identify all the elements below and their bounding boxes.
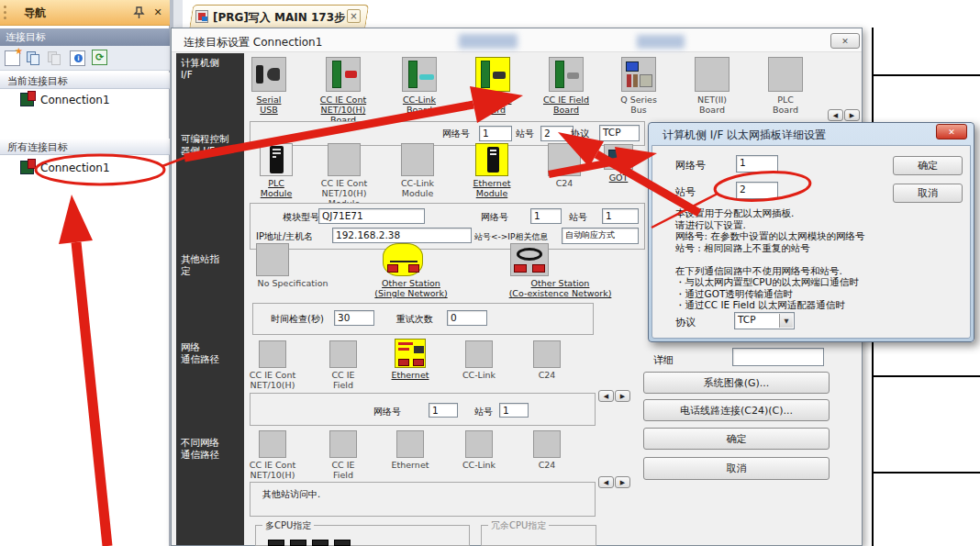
detail-close-button[interactable]: ✕ (936, 124, 967, 139)
route-cclink-label[interactable]: CC-Link (446, 370, 512, 380)
plcif-sta-input[interactable]: 1 (602, 208, 639, 224)
detail-proto-dropdown[interactable]: TCP ▼ (734, 312, 795, 329)
multi-cpu-icon[interactable] (334, 540, 351, 546)
plcif-plc-module-label[interactable]: PLC Module (243, 178, 309, 198)
cancel-button[interactable]: 取消 (643, 457, 830, 480)
plcif-ccie-cont-module[interactable] (328, 143, 361, 176)
detail-ok-button[interactable]: 确定 (893, 156, 963, 175)
pcif-netii-board[interactable] (695, 57, 729, 92)
refresh-icon[interactable]: ⟳ (92, 50, 107, 65)
nav-item-all-connection[interactable]: Connection1 (0, 160, 170, 178)
plcif-c24-label[interactable]: C24 (531, 178, 597, 188)
pcif-serial-usb-label[interactable]: Serial USB (236, 95, 302, 115)
pcif-net-input[interactable]: 1 (479, 126, 512, 141)
other-single-network[interactable] (383, 243, 423, 276)
diff-cclink-label[interactable]: CC-Link (446, 460, 512, 470)
plcif-net-input[interactable]: 1 (530, 208, 562, 224)
detail-field[interactable] (732, 348, 824, 366)
route-c24-label[interactable]: C24 (514, 370, 580, 380)
tab-close-icon[interactable]: × (347, 9, 361, 23)
plcif-plc-module[interactable] (260, 143, 293, 176)
plcif-cclink-module-label[interactable]: CC-Link Module (384, 178, 451, 198)
ok-button[interactable]: 确定 (643, 428, 830, 450)
other-coexistence-network[interactable] (510, 243, 549, 276)
pcif-ccie-field-board-label[interactable]: CC IE Field Board (533, 95, 599, 115)
other-no-spec[interactable] (256, 243, 289, 276)
diff-cclink[interactable] (465, 430, 493, 458)
plcif-ethernet-module[interactable] (475, 143, 508, 176)
route-ccie-field[interactable] (329, 340, 357, 368)
plcif-ethernet-module-label[interactable]: Ethernet Module (459, 178, 525, 198)
other-single-network-label[interactable]: Other Station (Single Network) (361, 278, 462, 298)
time-check-input[interactable]: 30 (334, 310, 374, 326)
ip-host-input[interactable]: 192.168.2.38 (332, 228, 472, 243)
dialog-title: 连接目标设置 Connection1 (184, 35, 322, 50)
diff-c24[interactable] (533, 430, 561, 458)
plcif-c24[interactable] (548, 143, 581, 176)
dialog-close-button[interactable]: ✕ (830, 33, 860, 49)
chevron-down-icon[interactable]: ▼ (779, 314, 793, 328)
pcif-proto-input[interactable]: TCP (599, 125, 640, 141)
plcif-got-label[interactable]: GOT (600, 173, 637, 183)
copy-icon[interactable] (26, 50, 41, 66)
pcif-sta-input[interactable]: 2 (540, 126, 574, 141)
phone-line-button[interactable]: 电话线路连接(C24)(C)... (643, 399, 830, 421)
other-coexistence-network-label[interactable]: Other Station (Co-existence Network) (494, 278, 627, 298)
route-ccie-cont[interactable] (259, 340, 286, 368)
diff-ccie-field-label[interactable]: CC IE Field (310, 460, 376, 480)
route-c24[interactable] (533, 340, 561, 368)
plcif-cclink-module[interactable] (401, 143, 434, 176)
detail-cancel-button[interactable]: 取消 (893, 184, 963, 203)
pcif-scroll-left[interactable]: ◀ (828, 109, 843, 121)
pcif-ccie-cont-board[interactable] (326, 57, 361, 92)
module-type-input[interactable]: QJ71E71 (318, 208, 425, 224)
pcif-ethernet-board[interactable] (475, 57, 510, 92)
pcif-cclink-board[interactable] (402, 57, 437, 92)
pcif-serial-usb[interactable] (251, 57, 286, 92)
pcif-qseries-bus-label[interactable]: Q Series Bus (606, 95, 672, 115)
route-ethernet-label[interactable]: Ethernet (377, 370, 443, 380)
detail-sta-input[interactable]: 2 (736, 182, 778, 199)
pcif-ccie-field-board[interactable] (549, 57, 584, 92)
diff-ccie-cont-label[interactable]: CC IE Cont NET/10(H) (239, 460, 306, 480)
route-ccie-cont-label[interactable]: CC IE Cont NET/10(H) (239, 370, 306, 390)
diff-ccie-cont-icon (259, 430, 286, 458)
pcif-cclink-board-label[interactable]: CC-Link Board (386, 95, 452, 115)
diff-c24-label[interactable]: C24 (514, 460, 580, 470)
pcif-ethernet-board-label[interactable]: Ethernet Board (460, 95, 526, 115)
route-ethernet[interactable] (395, 339, 426, 368)
pcif-plc-board-label[interactable]: PLC Board (752, 95, 819, 115)
plcif-got[interactable] (604, 144, 633, 170)
nav-close-icon[interactable]: ✕ (150, 5, 165, 19)
property-icon[interactable]: i (70, 50, 85, 66)
multi-cpu-icon[interactable] (290, 540, 306, 546)
diff-ethernet[interactable] (396, 430, 424, 458)
pcif-plc-board[interactable] (768, 57, 803, 92)
pcif-qseries-bus[interactable] (621, 57, 656, 92)
diff-ccie-field[interactable] (329, 430, 357, 458)
sta-ip-info-dropdown[interactable]: 自动响应方式 (562, 228, 639, 244)
route-cclink[interactable] (465, 340, 493, 368)
route-scroll-right[interactable]: ▶ (615, 390, 630, 402)
multi-cpu-icon[interactable] (312, 540, 329, 546)
pcif-scroll-right[interactable]: ▶ (844, 109, 860, 121)
route-scroll-left[interactable]: ◀ (598, 390, 614, 402)
system-image-button[interactable]: 系统图像(G)... (643, 372, 830, 394)
nav-item-current-connection[interactable]: Connection1 (0, 92, 170, 110)
pcif-netii-board-label[interactable]: NET(II) Board (679, 95, 745, 115)
detail-net-input[interactable]: 1 (736, 155, 778, 173)
diff-ethernet-label[interactable]: Ethernet (377, 460, 443, 470)
diff-scroll-right[interactable]: ▶ (615, 476, 630, 488)
retry-input[interactable]: 0 (447, 310, 487, 326)
route-net-input[interactable]: 1 (429, 403, 458, 418)
diff-scroll-left[interactable]: ◀ (598, 476, 614, 488)
redundant-cpu-label: 冗余CPU指定 (488, 519, 549, 532)
diff-ccie-cont[interactable] (259, 430, 286, 458)
route-sta-input[interactable]: 1 (499, 403, 529, 418)
new-connection-icon[interactable]: ★ (5, 50, 20, 66)
route-ccie-field-label[interactable]: CC IE Field (310, 370, 376, 390)
other-no-spec-label[interactable]: No Specification (242, 278, 343, 288)
pin-icon[interactable] (132, 6, 146, 19)
multi-cpu-icon[interactable] (268, 540, 284, 546)
nav-grip-dots[interactable] (3, 5, 8, 21)
